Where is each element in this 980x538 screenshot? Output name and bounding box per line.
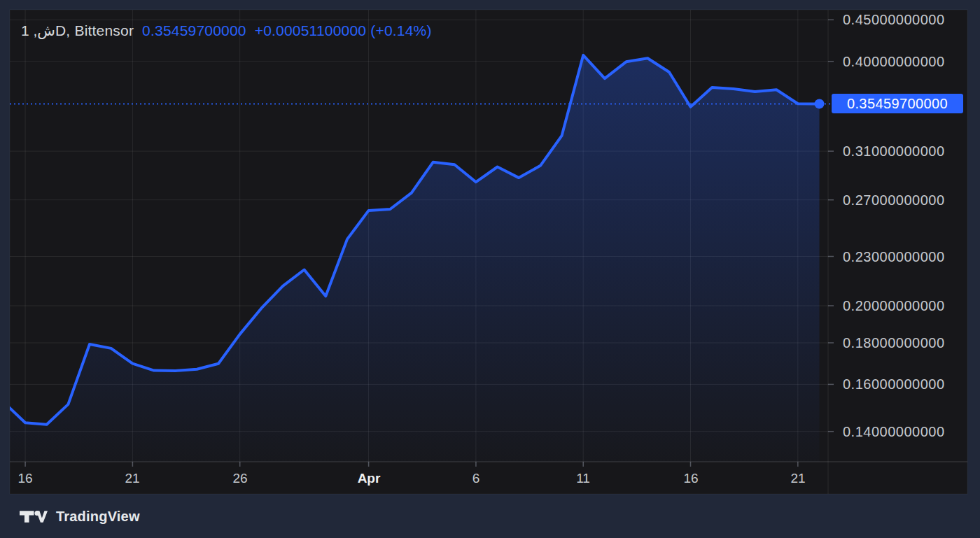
- tradingview-widget-page: { "header": { "symbol_title": "ش, 1D, Bi…: [0, 0, 980, 538]
- price-axis-label: 0.23000000000: [843, 250, 945, 264]
- price-axis-label: 0.16000000000: [843, 377, 945, 391]
- price-axis-label: 0.45000000000: [843, 13, 945, 27]
- legend-change: +0.00051100000 (+0.14%): [255, 22, 432, 39]
- time-axis-label: 16: [683, 472, 698, 486]
- tradingview-brand-text: TradingView: [56, 509, 140, 525]
- price-axis-label: 0.14000000000: [843, 425, 945, 439]
- last-point-marker: [815, 99, 825, 108]
- price-axis-label: 0.31000000000: [843, 144, 945, 158]
- time-axis-label: 26: [232, 472, 247, 486]
- tradingview-logo-icon: [20, 509, 48, 525]
- time-axis-label: 16: [18, 472, 32, 486]
- price-axis-label: 0.18000000000: [843, 336, 945, 350]
- price-axis-label: 0.40000000000: [843, 55, 945, 69]
- time-axis-label: 21: [790, 472, 805, 486]
- time-axis-label: Apr: [358, 472, 381, 486]
- symbol-title: ش, 1D, Bittensor: [21, 22, 134, 39]
- legend-last-price: 0.35459700000: [142, 22, 246, 39]
- time-axis-label: 11: [576, 472, 590, 486]
- time-axis-label: 21: [125, 472, 139, 486]
- price-axis-label: 0.20000000000: [843, 299, 945, 313]
- current-price-label: 0.35459700000: [832, 94, 963, 113]
- tradingview-attribution-link[interactable]: TradingView: [20, 505, 140, 528]
- price-chart[interactable]: [0, 0, 980, 500]
- symbol-legend: ش, 1D, Bittensor 0.35459700000 +0.000511…: [21, 22, 432, 40]
- price-axis-label: 0.27000000000: [843, 193, 945, 207]
- time-axis-label: 6: [472, 472, 480, 486]
